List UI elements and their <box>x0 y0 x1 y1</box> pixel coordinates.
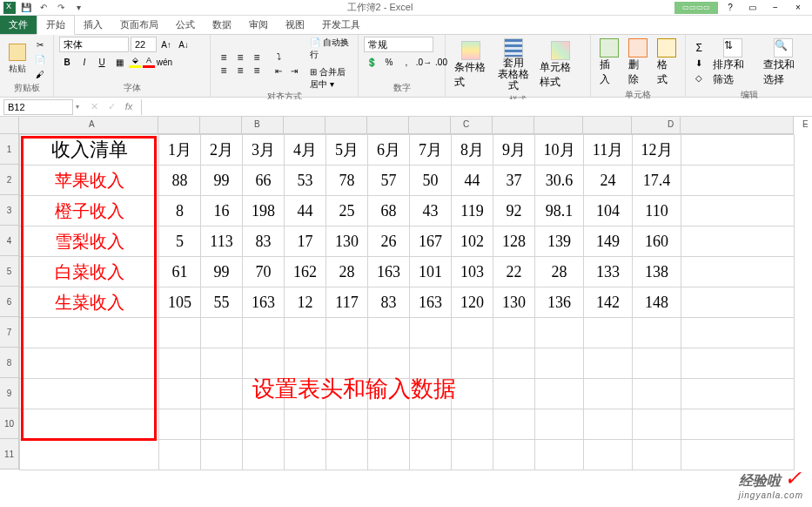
ribbon-collapse-icon[interactable]: ▭ <box>742 2 763 14</box>
cell[interactable] <box>243 409 285 440</box>
italic-button[interactable]: I <box>77 55 92 69</box>
cell[interactable]: 110 <box>633 196 681 226</box>
cell[interactable]: 117 <box>326 287 368 318</box>
align-middle-icon[interactable]: ≡ <box>232 51 248 64</box>
cell[interactable] <box>584 379 633 409</box>
cell[interactable]: 28 <box>535 257 584 287</box>
select-all-corner[interactable] <box>0 117 19 134</box>
cell[interactable]: 37 <box>493 166 535 196</box>
cell[interactable]: 4月 <box>285 135 326 166</box>
cell[interactable]: 68 <box>368 196 410 226</box>
cell[interactable] <box>535 440 584 470</box>
cell[interactable] <box>368 440 410 470</box>
cell[interactable]: 50 <box>410 166 452 196</box>
cell[interactable]: 5 <box>159 226 201 257</box>
undo-icon[interactable]: ↶ <box>37 1 50 15</box>
cell[interactable]: 6月 <box>368 135 410 166</box>
cell[interactable]: 25 <box>326 196 368 226</box>
cell[interactable] <box>681 348 795 379</box>
cell[interactable] <box>535 348 584 379</box>
cell[interactable] <box>410 318 452 348</box>
cell-styles-button[interactable]: 单元格样式 <box>536 39 585 91</box>
enter-formula-icon[interactable]: ✓ <box>104 101 118 112</box>
cell[interactable]: 43 <box>410 196 452 226</box>
cell[interactable]: 103 <box>452 257 493 287</box>
row-header[interactable]: 1 <box>0 134 19 165</box>
formula-input[interactable] <box>141 99 812 115</box>
tab-view[interactable]: 视图 <box>277 16 313 34</box>
number-format-select[interactable] <box>364 37 433 52</box>
col-header[interactable] <box>681 117 794 134</box>
cell[interactable] <box>368 318 410 348</box>
cell[interactable] <box>326 318 368 348</box>
cell[interactable]: 88 <box>159 166 201 196</box>
font-color-icon[interactable]: A <box>143 56 155 68</box>
cell[interactable] <box>159 440 201 470</box>
cell[interactable] <box>493 409 535 440</box>
cell[interactable]: 99 <box>201 166 243 196</box>
decrease-font-icon[interactable]: A↓ <box>176 37 191 51</box>
tab-review[interactable]: 审阅 <box>240 16 277 34</box>
cell[interactable] <box>20 440 159 470</box>
col-header[interactable] <box>583 117 632 134</box>
align-right-icon[interactable]: ≡ <box>249 64 265 77</box>
conditional-format-button[interactable]: 条件格式 <box>451 39 491 91</box>
cell[interactable] <box>201 440 243 470</box>
cell[interactable]: 苹果收入 <box>20 166 159 196</box>
cell[interactable]: 雪梨收入 <box>20 226 159 257</box>
align-bottom-icon[interactable]: ≡ <box>249 51 265 64</box>
ribbon-options-icon[interactable]: ▭▭▭▭ <box>674 2 718 14</box>
cell[interactable] <box>243 440 285 470</box>
cell[interactable] <box>681 196 795 226</box>
find-select-button[interactable]: 🔍 查找和选择 <box>760 37 807 89</box>
cancel-formula-icon[interactable]: ✕ <box>87 101 101 112</box>
increase-indent-icon[interactable]: ⇥ <box>286 64 302 78</box>
cell[interactable] <box>159 318 201 348</box>
cell[interactable]: 70 <box>243 257 285 287</box>
col-header[interactable] <box>493 117 534 134</box>
row-header[interactable]: 9 <box>0 378 19 409</box>
paste-button[interactable]: 粘贴 <box>5 42 30 77</box>
qat-dropdown-icon[interactable]: ▾ <box>71 1 85 15</box>
cell[interactable]: 83 <box>243 226 285 257</box>
cell[interactable] <box>452 409 493 440</box>
cell[interactable] <box>681 226 795 257</box>
cell[interactable] <box>368 409 410 440</box>
accounting-format-icon[interactable]: 💲 <box>364 55 379 69</box>
cell[interactable]: 57 <box>368 166 410 196</box>
cell[interactable]: 138 <box>633 257 681 287</box>
row-header[interactable]: 2 <box>0 165 19 195</box>
align-center-icon[interactable]: ≡ <box>232 64 248 77</box>
cell[interactable] <box>584 348 633 379</box>
cell[interactable] <box>681 409 795 440</box>
cell[interactable]: 55 <box>201 287 243 318</box>
cell[interactable]: 167 <box>410 226 452 257</box>
cell[interactable] <box>201 409 243 440</box>
cell[interactable]: 17.4 <box>633 166 681 196</box>
row-header[interactable]: 3 <box>0 195 19 226</box>
cell[interactable]: 11月 <box>584 135 633 166</box>
cell[interactable]: 12月 <box>633 135 681 166</box>
cell[interactable] <box>535 318 584 348</box>
cell[interactable] <box>452 440 493 470</box>
decrease-indent-icon[interactable]: ⇤ <box>271 64 286 78</box>
underline-button[interactable]: U <box>94 55 110 69</box>
cell[interactable] <box>201 318 243 348</box>
cell[interactable] <box>159 348 201 379</box>
tab-file[interactable]: 文件 <box>0 16 37 34</box>
cell[interactable]: 128 <box>493 226 535 257</box>
row-header[interactable]: 4 <box>0 226 19 256</box>
comma-icon[interactable]: , <box>399 55 414 69</box>
cell[interactable]: 98.1 <box>535 196 584 226</box>
cell[interactable]: 44 <box>452 166 493 196</box>
cell[interactable] <box>633 318 681 348</box>
wrap-text-button[interactable]: 📄 自动换行 <box>310 37 352 61</box>
cell[interactable] <box>633 440 681 470</box>
row-header[interactable]: 5 <box>0 256 19 287</box>
cell[interactable]: 120 <box>452 287 493 318</box>
cell[interactable] <box>20 409 159 440</box>
cell[interactable] <box>633 348 681 379</box>
cell[interactable] <box>410 440 452 470</box>
cell[interactable]: 10月 <box>535 135 584 166</box>
cell[interactable]: 162 <box>285 257 326 287</box>
